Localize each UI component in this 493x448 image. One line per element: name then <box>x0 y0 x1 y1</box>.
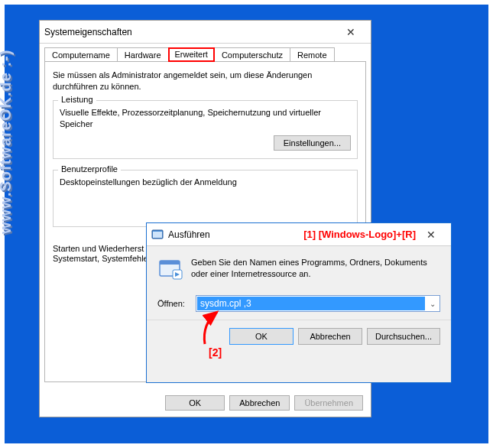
tab-erweitert[interactable]: Erweitert <box>168 47 215 62</box>
run-window-icon <box>151 229 164 241</box>
tab-computerschutz[interactable]: Computerschutz <box>214 47 290 62</box>
group-performance-desc: Visuelle Effekte, Prozessorzeitplanung, … <box>60 107 351 130</box>
run-message: Geben Sie den Namen eines Programms, Ord… <box>191 257 440 283</box>
cancel-button[interactable]: Abbrechen <box>229 395 290 411</box>
watermark-vertical: www.SoftwareOK.de :-) <box>0 50 15 234</box>
run-program-icon <box>157 257 183 283</box>
run-cancel-button[interactable]: Abbrechen <box>298 328 362 345</box>
run-titlebar[interactable]: Ausführen [1] [Windows-Logo]+[R] ✕ <box>147 223 451 246</box>
apply-button[interactable]: Übernehmen <box>294 395 363 411</box>
desktop-background: www.SoftwareOK.de :-) www.SoftwareOK.de … <box>5 5 488 443</box>
tab-hardware[interactable]: Hardware <box>117 47 169 62</box>
group-performance: Leistung Visuelle Effekte, Prozessorzeit… <box>53 100 358 160</box>
svg-rect-1 <box>153 232 162 238</box>
system-properties-title: Systemeigenschaften <box>44 27 336 37</box>
chevron-down-icon[interactable]: ⌄ <box>426 300 439 308</box>
run-dialog-window: Ausführen [1] [Windows-Logo]+[R] ✕ Geben… <box>146 222 452 383</box>
arrow-icon <box>197 309 228 347</box>
tab-computername[interactable]: Computername <box>44 47 118 62</box>
performance-settings-button[interactable]: Einstellungen... <box>274 135 351 151</box>
run-ok-button[interactable]: OK <box>229 328 294 345</box>
svg-rect-3 <box>160 261 180 265</box>
run-title: Ausführen <box>168 229 290 240</box>
open-combobox[interactable]: ⌄ <box>196 295 440 312</box>
group-userprofiles: Benutzerprofile Desktopeinstellungen bez… <box>53 170 358 227</box>
run-button-row: OK Abbrechen Durchsuchen... <box>147 320 451 352</box>
annotation-1: [1] [Windows-Logo]+[R] <box>303 229 416 240</box>
admin-note: Sie müssen als Administrator angemeldet … <box>53 70 358 93</box>
annotation-2: [2] <box>209 346 222 359</box>
open-input[interactable] <box>197 297 425 310</box>
open-label: Öffnen: <box>157 299 196 308</box>
group-userprofiles-title: Benutzerprofile <box>58 164 121 174</box>
dialog-button-row: OK Abbrechen Übernehmen <box>165 395 363 411</box>
system-properties-titlebar[interactable]: Systemeigenschaften ✕ <box>40 21 371 44</box>
group-performance-title: Leistung <box>58 95 96 104</box>
close-icon[interactable]: ✕ <box>416 224 446 245</box>
group-userprofiles-desc: Desktopeinstellungen bezüglich der Anmel… <box>60 177 351 188</box>
run-browse-button[interactable]: Durchsuchen... <box>367 328 440 345</box>
ok-button[interactable]: OK <box>165 395 225 411</box>
tab-remote[interactable]: Remote <box>290 47 335 62</box>
run-body: Geben Sie den Namen eines Programms, Ord… <box>147 246 451 320</box>
tab-strip: Computername Hardware Erweitert Computer… <box>40 44 371 61</box>
close-icon[interactable]: ✕ <box>336 21 366 43</box>
